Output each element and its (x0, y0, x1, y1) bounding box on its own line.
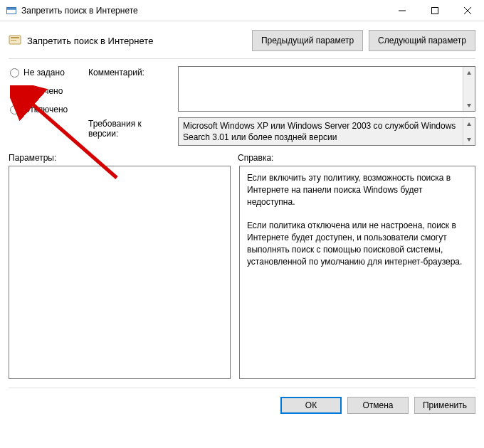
header-row: Запретить поиск в Интернете Предыдущий п… (0, 21, 484, 58)
radio-input-not-configured[interactable] (10, 68, 19, 78)
titlebar: Запретить поиск в Интернете (0, 0, 484, 21)
params-pane (9, 166, 231, 379)
radio-label-not-configured[interactable]: Не задано (23, 68, 65, 78)
window-icon (6, 5, 17, 16)
svg-marker-12 (467, 122, 471, 126)
requirements-text: Microsoft Windows XP или Windows Server … (183, 121, 456, 142)
minimize-button[interactable] (386, 0, 419, 21)
panes: Если включить эту политику, возможность … (0, 166, 484, 379)
next-setting-button[interactable]: Следующий параметр (369, 30, 475, 51)
state-radio-group: Не задано Включено Отключено (9, 66, 88, 146)
help-text: Если включить эту политику, возможность … (247, 173, 462, 267)
comment-scrollbar[interactable] (463, 67, 475, 111)
comment-label: Комментарий: (88, 66, 174, 112)
radio-disabled[interactable]: Отключено (9, 105, 88, 114)
scroll-up-icon[interactable] (463, 118, 475, 130)
svg-rect-9 (11, 40, 16, 41)
fields-grid: Комментарий: Требования к версии: Micros… (88, 66, 475, 146)
scroll-up-icon[interactable] (463, 67, 475, 79)
radio-label-disabled[interactable]: Отключено (23, 105, 68, 114)
radio-not-configured[interactable]: Не задано (9, 68, 88, 78)
window-title: Запретить поиск в Интернете (21, 6, 386, 16)
scroll-down-icon[interactable] (463, 133, 475, 145)
comment-textarea[interactable] (179, 67, 463, 111)
comment-box (178, 66, 475, 112)
svg-marker-10 (467, 71, 471, 75)
apply-button[interactable]: Применить (414, 397, 475, 414)
radio-input-enabled[interactable] (10, 87, 19, 96)
section-labels: Параметры: Справка: (0, 150, 484, 166)
help-pane: Если включить эту политику, возможность … (239, 166, 475, 379)
help-label: Справка: (238, 153, 475, 163)
svg-rect-4 (432, 7, 438, 14)
cancel-button[interactable]: Отмена (347, 397, 409, 414)
ok-button[interactable]: ОК (280, 397, 342, 414)
radio-input-disabled[interactable] (10, 105, 19, 114)
policy-title: Запретить поиск в Интернете (27, 36, 246, 46)
scroll-down-icon[interactable] (463, 99, 475, 111)
svg-rect-2 (7, 9, 16, 10)
radio-enabled[interactable]: Включено (9, 86, 88, 96)
close-button[interactable] (451, 0, 484, 21)
upper-zone: Не задано Включено Отключено Комментарий… (0, 59, 484, 150)
requirements-label: Требования к версии: (88, 117, 174, 146)
maximize-button[interactable] (419, 0, 451, 21)
requirements-box: Microsoft Windows XP или Windows Server … (178, 117, 475, 146)
radio-label-enabled[interactable]: Включено (23, 86, 63, 96)
svg-marker-11 (467, 104, 471, 107)
svg-rect-8 (11, 37, 19, 38)
bottom-button-row: ОК Отмена Применить (9, 388, 475, 414)
svg-marker-13 (467, 138, 471, 142)
requirements-scrollbar[interactable] (463, 118, 475, 145)
policy-icon (9, 34, 21, 47)
previous-setting-button[interactable]: Предыдущий параметр (252, 30, 363, 51)
params-label: Параметры: (9, 153, 238, 163)
